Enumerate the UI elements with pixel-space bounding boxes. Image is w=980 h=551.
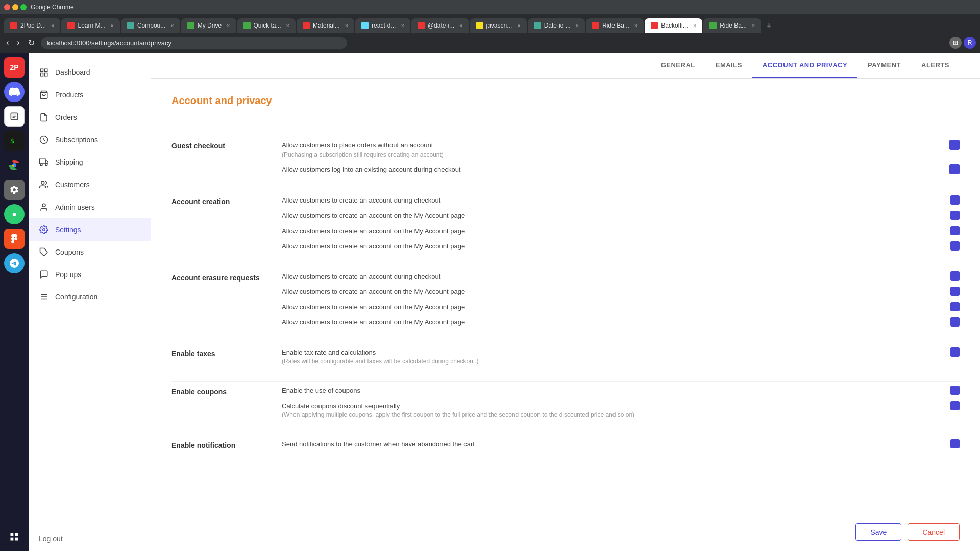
guest-checkout-label: Guest checkout (172, 140, 274, 150)
checkbox-guest-1[interactable] (949, 140, 960, 150)
orders-icon (39, 112, 49, 122)
icon-rail-settings[interactable] (4, 180, 24, 200)
tab-payment[interactable]: PAYMENT (857, 53, 911, 78)
svg-rect-6 (15, 533, 18, 536)
icon-rail-grid[interactable] (4, 527, 24, 547)
icon-rail-discord[interactable] (4, 82, 24, 102)
field-row-ac4: Allow customers to create an account on … (282, 241, 960, 251)
tab-material[interactable]: Material... × (297, 18, 354, 33)
checkbox-guest-2[interactable] (949, 164, 960, 174)
icon-rail-notes[interactable] (4, 106, 24, 127)
checkbox-cp-2[interactable] (950, 401, 960, 410)
checkbox-ae-2[interactable] (950, 287, 960, 296)
field-row-notif1: Send notifications to the customer when … (282, 439, 960, 448)
field-text: Allow customers to create an account on … (282, 242, 942, 250)
sidebar: Dashboard Products Orders Subscriptions (29, 53, 151, 551)
tab-compound[interactable]: Compou... × (121, 18, 180, 33)
icon-rail-app1[interactable]: 2P (4, 57, 24, 78)
back-button[interactable]: ‹ (4, 36, 11, 49)
tab-favicon (361, 22, 369, 29)
tab-emails[interactable]: EMAILS (705, 53, 752, 78)
svg-rect-9 (40, 69, 43, 71)
tab-account-privacy[interactable]: ACCOUNT AND PRIVACY (752, 53, 857, 78)
tab-favicon (243, 22, 251, 29)
tab-favicon (303, 22, 310, 29)
checkbox-ae-1[interactable] (950, 271, 960, 281)
sidebar-item-popups[interactable]: Pop ups (29, 263, 151, 286)
field-row-ac3: Allow customers to create an account on … (282, 226, 960, 235)
forward-button[interactable]: › (15, 36, 21, 49)
icon-rail-green[interactable]: ● (4, 204, 24, 224)
field-row-ae3: Allow customers to create an account on … (282, 302, 960, 311)
svg-rect-12 (45, 73, 47, 76)
sidebar-item-dashboard[interactable]: Dashboard (29, 61, 151, 84)
main-content: GENERAL EMAILS ACCOUNT AND PRIVACY PAYME… (151, 53, 980, 551)
tab-2pac[interactable]: 2Pac-D... × (4, 18, 60, 33)
sidebar-item-settings[interactable]: Settings (29, 218, 151, 241)
profile-icon[interactable]: R (964, 37, 976, 49)
popups-icon (39, 269, 49, 280)
checkbox-ac-2[interactable] (950, 211, 960, 220)
address-bar[interactable]: localhost:3000/settings/accountandprivac… (41, 37, 347, 49)
tab-rideback2[interactable]: Ride Ba... × (703, 18, 761, 33)
tab-javascript[interactable]: javascri... × (470, 18, 527, 33)
tab-rideback[interactable]: Ride Ba... × (586, 18, 644, 33)
cancel-button[interactable]: Cancel (908, 523, 960, 541)
tab-react[interactable]: react-d... × (355, 18, 410, 33)
field-text: Allow customers log into an existing acc… (282, 166, 941, 173)
checkbox-ac-3[interactable] (950, 226, 960, 235)
sidebar-item-coupons[interactable]: Coupons (29, 241, 151, 263)
new-tab-button[interactable]: + (762, 20, 776, 33)
close-traffic-light[interactable] (4, 4, 10, 10)
tab-backoffice[interactable]: Backoffi... × (645, 18, 702, 33)
section-divider-3 (172, 343, 960, 343)
tab-quickta[interactable]: Quick ta... × (237, 18, 296, 33)
sidebar-item-label: Dashboard (55, 68, 90, 77)
field-text: Allow customers to place orders without … (282, 141, 941, 149)
icon-rail-terminal[interactable]: $_ (4, 131, 24, 151)
checkbox-ac-4[interactable] (950, 241, 960, 251)
footer-actions: Save Cancel (151, 513, 980, 551)
reload-button[interactable]: ↻ (26, 36, 37, 50)
checkbox-ae-3[interactable] (950, 302, 960, 311)
tab-mydrive[interactable]: My Drive × (181, 18, 236, 33)
checkbox-tax-1[interactable] (950, 347, 960, 357)
sidebar-item-orders[interactable]: Orders (29, 106, 151, 129)
tab-learn[interactable]: Learn M... × (61, 18, 119, 33)
logout-button[interactable]: Log out (29, 527, 151, 551)
sidebar-item-shipping[interactable]: Shipping (29, 151, 151, 173)
svg-point-21 (43, 229, 45, 231)
tab-date-io[interactable]: @date-i... × (411, 18, 469, 33)
icon-rail-figma[interactable] (4, 229, 24, 249)
tab-alerts[interactable]: ALERTS (911, 53, 960, 78)
navigation-bar: ‹ › ↻ localhost:3000/settings/accountand… (0, 33, 980, 53)
checkbox-cp-1[interactable] (950, 386, 960, 395)
enable-coupons-section: Enable coupons Enable the use of coupons… (172, 386, 960, 418)
tab-favicon (651, 22, 658, 29)
sidebar-item-customers[interactable]: Customers (29, 173, 151, 196)
tab-favicon (476, 22, 483, 29)
customers-icon (39, 180, 49, 190)
field-text: Allow customers to create an account dur… (282, 272, 942, 280)
checkbox-notif-1[interactable] (950, 439, 960, 448)
sidebar-item-label: Pop ups (55, 270, 81, 279)
icon-rail-chrome[interactable] (4, 155, 24, 176)
minimize-traffic-light[interactable] (12, 4, 18, 10)
settings-icon (39, 224, 49, 235)
sidebar-item-products[interactable]: Products (29, 84, 151, 106)
checkbox-ac-1[interactable] (950, 195, 960, 205)
sidebar-item-admin-users[interactable]: Admin users (29, 196, 151, 218)
tab-dateio2[interactable]: Date-io ... × (528, 18, 585, 33)
field-row-inner: Calculate coupons discount sequentially (282, 401, 960, 410)
sidebar-item-subscriptions[interactable]: Subscriptions (29, 129, 151, 151)
account-erasure-fields: Allow customers to create an account dur… (282, 271, 960, 327)
enable-notification-fields: Send notifications to the customer when … (282, 439, 960, 448)
sidebar-item-configuration[interactable]: Configuration (29, 286, 151, 308)
tab-general[interactable]: GENERAL (651, 53, 705, 78)
maximize-traffic-light[interactable] (20, 4, 27, 10)
save-button[interactable]: Save (855, 523, 901, 541)
account-creation-section: Account creation Allow customers to crea… (172, 195, 960, 251)
extensions-icon[interactable]: ⊞ (949, 37, 962, 49)
icon-rail-telegram[interactable] (4, 253, 24, 273)
checkbox-ae-4[interactable] (950, 317, 960, 327)
